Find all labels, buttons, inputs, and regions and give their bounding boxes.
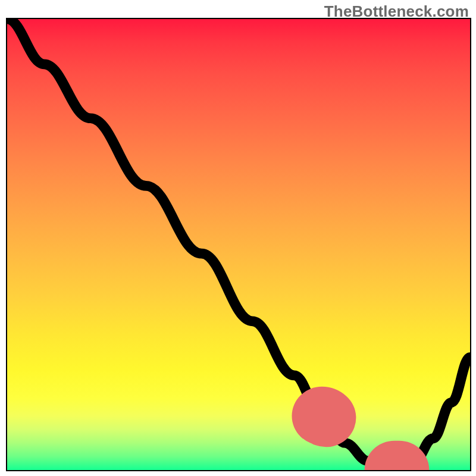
- highlight-segment: [322, 416, 415, 470]
- bottleneck-curve: [7, 19, 470, 470]
- plot-area: [6, 18, 471, 471]
- chart-container: TheBottleneck.com: [0, 0, 476, 476]
- watermark-text: TheBottleneck.com: [324, 2, 469, 21]
- curve-svg: [7, 19, 470, 470]
